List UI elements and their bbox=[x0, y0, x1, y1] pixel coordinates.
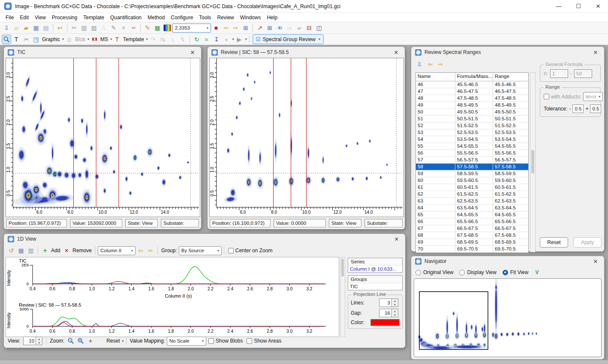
paste-special-icon[interactable]: ∴ bbox=[99, 23, 108, 33]
knife-tool-icon[interactable]: ✂ bbox=[21, 35, 31, 44]
reset-zoom-button[interactable]: Reset▾ bbox=[96, 336, 123, 346]
open-image-icon[interactable]: ▱ bbox=[12, 23, 21, 33]
reset-button[interactable]: Reset bbox=[540, 237, 568, 248]
add-plot-button-icon[interactable]: + bbox=[40, 246, 50, 255]
radio-dot[interactable] bbox=[459, 270, 465, 275]
graphic-tool[interactable]: ◳Graphic▾ bbox=[31, 35, 64, 44]
image-stack-icon[interactable]: ▰ bbox=[295, 23, 304, 33]
close-icon[interactable]: ✕ bbox=[391, 49, 401, 56]
table-row[interactable]: 4746.5-47.546.5-47.5 bbox=[416, 88, 528, 95]
column-header-formula[interactable]: Formula/Mass... bbox=[455, 73, 493, 81]
close-icon[interactable]: ✕ bbox=[591, 258, 600, 265]
tolerance-plus-field[interactable]: 0.5 bbox=[590, 104, 601, 113]
column-header-range[interactable]: Range bbox=[493, 73, 528, 81]
minimize-button[interactable]: — bbox=[549, 0, 569, 13]
group-combo[interactable]: By Source▾ bbox=[179, 246, 222, 255]
hand-tool-icon[interactable]: ▶ bbox=[235, 35, 244, 44]
review-plot[interactable]: 6.08.010.012.014.00.51.01.52.02.53.0 bbox=[209, 58, 404, 217]
add-plot-button[interactable]: +Add bbox=[40, 246, 61, 255]
table-row[interactable]: 4948.5-49.548.5-49.5 bbox=[416, 102, 528, 109]
navigator-minimap[interactable] bbox=[414, 278, 602, 357]
undo-icon[interactable]: ↩ bbox=[55, 23, 65, 33]
template-tool[interactable]: TTemplate▾ bbox=[112, 35, 148, 44]
remove-plot-button-icon[interactable]: × bbox=[62, 246, 71, 255]
ms-tool-icon[interactable]: ▮▯▮ bbox=[90, 35, 99, 44]
prev-range-icon[interactable]: ⇦ bbox=[425, 60, 435, 69]
table-row[interactable]: 6867.5-68.567.5-68.5 bbox=[416, 232, 528, 239]
annotate-pen-icon[interactable]: ✎ bbox=[143, 23, 152, 33]
copy-icon[interactable]: ▥ bbox=[79, 23, 89, 33]
lines-spinner[interactable]: 3▲▼ bbox=[379, 298, 398, 307]
menu-template[interactable]: Template bbox=[80, 14, 107, 21]
table-row[interactable]: 6160.5-61.560.5-61.5 bbox=[416, 184, 528, 191]
edit-attributes-icon[interactable]: ✎ bbox=[109, 23, 118, 33]
adducts-combo[interactable]: M+H▾ bbox=[583, 92, 603, 101]
template-stamp-icon[interactable]: ↨ bbox=[168, 35, 178, 44]
oned-plot-area[interactable]: TICIntensity2E600.40.60.81.01.21.41.61.8… bbox=[6, 257, 339, 337]
groups-item[interactable]: TIC bbox=[348, 283, 402, 290]
table-row[interactable]: 5251.5-52.551.5-52.5 bbox=[416, 122, 528, 129]
table-row[interactable]: 5655.5-56.555.5-56.5 bbox=[416, 150, 528, 157]
table-row[interactable]: 6564.5-65.564.5-65.5 bbox=[416, 212, 528, 218]
cut-icon[interactable]: ✂ bbox=[69, 23, 79, 33]
remove-plot-button[interactable]: ×Remove bbox=[62, 246, 93, 255]
template-tool-icon[interactable]: T bbox=[112, 35, 122, 44]
menu-tools[interactable]: Tools bbox=[196, 14, 214, 21]
table-row[interactable]: 6766.5-67.566.5-67.5 bbox=[416, 225, 528, 232]
template-apply-icon[interactable]: ↯ bbox=[178, 35, 187, 44]
three-d-view-icon[interactable]: 3D bbox=[275, 23, 284, 33]
n-from-field[interactable]: 1 bbox=[550, 69, 568, 78]
table-row[interactable]: 6362.5-63.562.5-63.5 bbox=[416, 198, 528, 205]
import-image-icon[interactable]: ⇩ bbox=[2, 23, 11, 33]
radio-original-view[interactable]: Original View bbox=[415, 269, 453, 275]
radio-dot[interactable] bbox=[415, 270, 421, 275]
revert-image-icon[interactable]: ▰ bbox=[21, 23, 31, 33]
zoom-in-icon[interactable]: + bbox=[76, 336, 85, 346]
radio-display-view[interactable]: Display View bbox=[459, 269, 496, 275]
close-icon[interactable]: ✕ bbox=[392, 236, 401, 242]
projection-color-swatch[interactable] bbox=[370, 319, 400, 326]
next-line-icon[interactable]: ⇨ bbox=[146, 246, 155, 255]
pan-icon[interactable]: + bbox=[86, 336, 95, 346]
refresh-icon[interactable]: ↻ bbox=[192, 35, 202, 44]
save-image-icon[interactable]: ▦ bbox=[31, 23, 41, 33]
show-blobs-checkbox[interactable]: Show Blobs bbox=[208, 338, 243, 344]
table-row[interactable]: 6968.5-69.568.5-69.5 bbox=[416, 239, 528, 246]
table-row[interactable]: 5150.5-51.550.5-51.5 bbox=[416, 116, 528, 122]
zoom-tool-icon[interactable] bbox=[2, 35, 11, 44]
radio-fit-view[interactable]: Fit View bbox=[503, 269, 528, 275]
graphic-tool-icon[interactable]: ◳ bbox=[31, 35, 41, 44]
table-row[interactable]: 5857.5-58.557.5-58.5 bbox=[416, 164, 528, 170]
text-tool-icon[interactable]: T bbox=[12, 35, 21, 44]
baseline-icon[interactable]: ↧ bbox=[212, 35, 221, 44]
next-range-icon[interactable]: ⇨ bbox=[436, 60, 445, 69]
tic-window-titlebar[interactable]: TIC ✕ bbox=[4, 47, 201, 58]
table-row[interactable]: 5352.5-53.552.5-53.5 bbox=[416, 129, 528, 136]
stop-icon[interactable]: ■ bbox=[211, 23, 221, 33]
close-icon[interactable]: ✕ bbox=[591, 49, 600, 56]
maximize-button[interactable]: ☐ bbox=[569, 0, 588, 13]
template-transform-icon[interactable]: ↷ bbox=[148, 35, 158, 44]
refresh-1d-icon[interactable]: ↺ bbox=[6, 246, 16, 255]
book-icon[interactable]: ◫ bbox=[314, 23, 324, 33]
export-ranges-icon[interactable]: ⇩ bbox=[415, 60, 424, 69]
process-icon[interactable]: ≈ bbox=[202, 35, 211, 44]
series-item[interactable]: Column I @ 10.633... bbox=[348, 266, 402, 272]
reset-zoom-button-icon[interactable] bbox=[96, 336, 105, 346]
print-icon[interactable]: ▤ bbox=[41, 23, 51, 33]
table-row[interactable]: 5049.5-50.549.5-50.5 bbox=[416, 109, 528, 116]
table-row[interactable]: 5554.5-55.554.5-55.5 bbox=[416, 143, 528, 150]
n-to-field[interactable]: 50 bbox=[574, 69, 592, 78]
colormap-value-combo[interactable]: 2.3353▾ bbox=[172, 24, 211, 33]
center-on-zoom-checkbox-box[interactable] bbox=[228, 248, 234, 254]
show-blobs-checkbox-box[interactable] bbox=[208, 338, 214, 344]
save-1d-icon[interactable]: ▦ bbox=[16, 246, 26, 255]
back-icon[interactable]: ⇦ bbox=[221, 23, 231, 33]
values-table-icon[interactable]: ⊞ bbox=[265, 23, 274, 33]
close-icon[interactable]: ✕ bbox=[188, 49, 197, 56]
oned-scrollbar[interactable] bbox=[340, 257, 345, 337]
zoom-out-icon[interactable]: - bbox=[66, 336, 75, 346]
view-count-spinner[interactable]: 10▲▼ bbox=[23, 337, 42, 345]
tic-plot[interactable]: 6.08.010.012.014.00.51.01.52.02.53.0 bbox=[6, 58, 200, 217]
menu-help[interactable]: Help bbox=[264, 14, 280, 21]
